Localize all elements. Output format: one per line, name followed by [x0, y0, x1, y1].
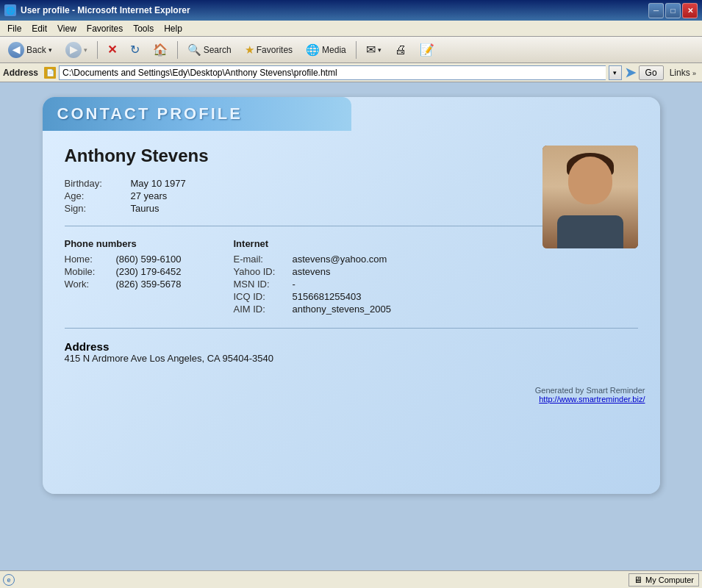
stop-button[interactable]: ✕: [102, 40, 122, 60]
profile-card: CONTACT PROFILE Anthony Stevens: [43, 97, 660, 494]
back-dropdown-icon[interactable]: ▾: [49, 46, 52, 54]
back-icon: ◀: [8, 42, 24, 58]
back-label: Back: [26, 45, 46, 55]
search-button[interactable]: 🔍 Search: [182, 40, 237, 60]
card-header: CONTACT PROFILE: [43, 97, 351, 131]
yahoo-row: Yahoo ID: astevens: [234, 266, 391, 277]
footer: Generated by Smart Reminder http://www.s…: [43, 379, 660, 411]
toolbar: ◀ Back ▾ ▶ ▾ ✕ ↻ 🏠 🔍 Search ★ Favorites …: [0, 37, 702, 63]
browser-icon: 🌐: [4, 4, 16, 16]
divider-2: [65, 328, 638, 329]
yahoo-value: astevens: [293, 266, 331, 277]
photo-placeholder: [542, 146, 638, 248]
stop-icon: ✕: [107, 43, 117, 57]
refresh-button[interactable]: ↻: [125, 40, 145, 60]
address-dropdown[interactable]: ▾: [609, 65, 622, 80]
forward-button[interactable]: ▶ ▾: [60, 39, 93, 61]
mobile-label: Mobile:: [65, 266, 116, 277]
links-button[interactable]: Links »: [667, 68, 699, 78]
icq-row: ICQ ID: 5156681255403: [234, 291, 391, 302]
msn-row: MSN ID: -: [234, 279, 391, 290]
address-input[interactable]: [59, 65, 606, 80]
email-label: E-mail:: [234, 254, 293, 265]
status-label: My Computer: [645, 576, 694, 584]
edit-button[interactable]: 📝: [415, 40, 440, 60]
aim-label: AIM ID:: [234, 304, 293, 315]
sign-label: Sign:: [65, 203, 131, 214]
toolbar-separator-1: [97, 41, 98, 59]
forward-group: ▶ ▾: [60, 39, 93, 61]
mail-dropdown-icon: ▾: [378, 46, 382, 54]
back-button[interactable]: ◀ Back ▾: [3, 39, 57, 61]
internet-section-title: Internet: [234, 238, 391, 249]
msn-value: -: [293, 279, 296, 290]
computer-icon: 🖥: [634, 575, 642, 585]
footer-link[interactable]: http://www.smartreminder.biz/: [539, 395, 645, 404]
home-value: (860) 599-6100: [116, 254, 204, 265]
forward-dropdown-icon[interactable]: ▾: [84, 46, 87, 54]
address-label: Address: [3, 68, 38, 78]
age-label: Age:: [65, 190, 131, 201]
status-bar: e 🖥 My Computer: [0, 570, 702, 588]
address-section: Address 415 N Ardmore Ave Los Angeles, C…: [65, 340, 638, 364]
search-icon: 🔍: [187, 43, 201, 57]
profile-photo: [542, 146, 638, 248]
age-value: 27 years: [131, 190, 168, 201]
media-button[interactable]: 🌐 Media: [301, 40, 351, 60]
msn-label: MSN ID:: [234, 279, 293, 290]
menu-favorites[interactable]: Favorites: [82, 22, 127, 35]
mobile-value: (230) 179-6452: [116, 266, 204, 277]
search-label: Search: [204, 45, 232, 55]
footer-text: Generated by Smart Reminder: [57, 386, 645, 395]
links-expand-icon: »: [692, 70, 696, 77]
menu-view[interactable]: View: [53, 22, 81, 35]
menu-edit[interactable]: Edit: [27, 22, 51, 35]
photo-head: [568, 157, 612, 204]
phone-section-title: Phone numbers: [65, 238, 204, 249]
home-icon: 🏠: [153, 43, 168, 57]
window-controls: ─ □ ✕: [648, 3, 698, 18]
mail-icon: ✉: [366, 43, 376, 57]
menu-bar: File Edit View Favorites Tools Help: [0, 21, 702, 37]
mobile-row: Mobile: (230) 179-6452: [65, 266, 204, 277]
card-title: CONTACT PROFILE: [57, 104, 337, 123]
photo-shirt: [557, 215, 623, 248]
home-button[interactable]: 🏠: [148, 40, 173, 60]
print-icon: 🖨: [395, 43, 406, 57]
page-icon: 📄: [44, 67, 56, 79]
media-label: Media: [322, 45, 346, 55]
icq-label: ICQ ID:: [234, 291, 293, 302]
go-label: Go: [645, 68, 657, 78]
menu-help[interactable]: Help: [160, 22, 187, 35]
mail-button[interactable]: ✉ ▾: [361, 40, 387, 60]
address-value: 415 N Ardmore Ave Los Angeles, CA 95404-…: [65, 353, 638, 364]
favorites-button[interactable]: ★ Favorites: [240, 40, 298, 60]
maximize-button[interactable]: □: [665, 3, 681, 18]
icq-value: 5156681255403: [293, 291, 362, 302]
close-button[interactable]: ✕: [682, 3, 698, 18]
window-title-left: 🌐 User profile - Microsoft Internet Expl…: [4, 4, 190, 16]
links-label: Links: [670, 68, 690, 78]
sign-value: Taurus: [131, 203, 160, 214]
favorites-icon: ★: [245, 43, 254, 57]
birthday-value: May 10 1977: [131, 178, 186, 189]
aim-row: AIM ID: anthony_stevens_2005: [234, 304, 391, 315]
print-button[interactable]: 🖨: [390, 40, 412, 60]
aim-value: anthony_stevens_2005: [293, 304, 391, 315]
go-arrow-icon[interactable]: ➤: [625, 65, 636, 81]
menu-file[interactable]: File: [3, 22, 26, 35]
photo-face: [542, 146, 638, 248]
address-bar: Address 📄 ▾ ➤ Go Links »: [0, 63, 702, 82]
work-row: Work: (826) 359-5678: [65, 279, 204, 290]
birthday-label: Birthday:: [65, 178, 131, 189]
minimize-button[interactable]: ─: [648, 3, 664, 18]
email-value: astevens@yahoo.com: [293, 254, 387, 265]
home-row: Home: (860) 599-6100: [65, 254, 204, 265]
home-label: Home:: [65, 254, 116, 265]
media-icon: 🌐: [306, 43, 320, 57]
yahoo-label: Yahoo ID:: [234, 266, 293, 277]
go-button[interactable]: Go: [639, 65, 664, 80]
menu-tools[interactable]: Tools: [129, 22, 158, 35]
toolbar-separator-2: [177, 41, 178, 59]
card-body: Anthony Stevens Birthday: May 10 1977 Ag…: [43, 131, 660, 379]
